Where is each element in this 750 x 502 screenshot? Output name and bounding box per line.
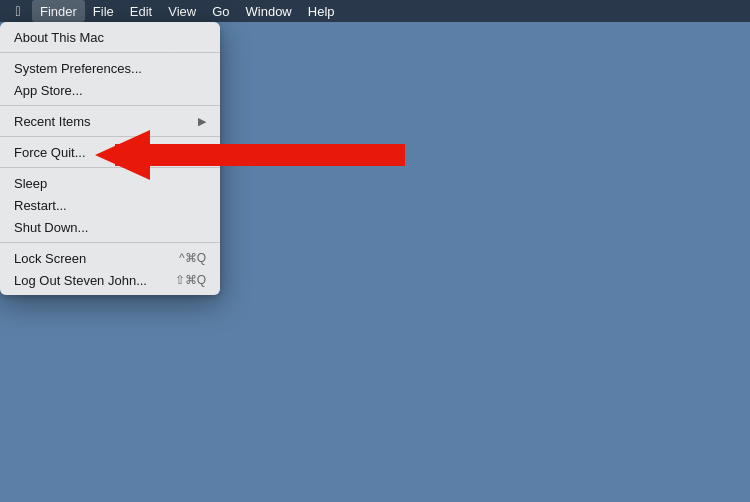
menu-item-recent-items[interactable]: Recent Items ▶ bbox=[0, 110, 220, 132]
menu-separator-2 bbox=[0, 105, 220, 106]
menubar-edit[interactable]: Edit bbox=[122, 0, 160, 22]
menu-item-about-this-mac[interactable]: About This Mac bbox=[0, 26, 220, 48]
menu-separator-1 bbox=[0, 52, 220, 53]
menubar-go[interactable]: Go bbox=[204, 0, 237, 22]
menubar-finder[interactable]: Finder bbox=[32, 0, 85, 22]
menu-item-log-out[interactable]: Log Out Steven John... ⇧⌘Q bbox=[0, 269, 220, 291]
menubar-file[interactable]: File bbox=[85, 0, 122, 22]
menu-item-system-preferences[interactable]: System Preferences... bbox=[0, 57, 220, 79]
menubar:  Finder File Edit View Go Window Help bbox=[0, 0, 750, 22]
menu-separator-3 bbox=[0, 136, 220, 137]
menubar-window[interactable]: Window bbox=[238, 0, 300, 22]
apple-icon:  bbox=[15, 3, 20, 19]
menu-separator-5 bbox=[0, 242, 220, 243]
menubar-items: Finder File Edit View Go Window Help bbox=[32, 0, 343, 22]
menu-separator-4 bbox=[0, 167, 220, 168]
submenu-arrow-icon: ▶ bbox=[198, 115, 206, 128]
menu-item-app-store[interactable]: App Store... bbox=[0, 79, 220, 101]
menubar-help[interactable]: Help bbox=[300, 0, 343, 22]
menu-item-sleep[interactable]: Sleep bbox=[0, 172, 220, 194]
menu-item-shut-down[interactable]: Shut Down... bbox=[0, 216, 220, 238]
apple-dropdown-menu: About This Mac System Preferences... App… bbox=[0, 22, 220, 295]
menu-item-restart[interactable]: Restart... bbox=[0, 194, 220, 216]
menu-item-force-quit[interactable]: Force Quit... ⌥⌘⎋ bbox=[0, 141, 220, 163]
menubar-view[interactable]: View bbox=[160, 0, 204, 22]
menu-item-lock-screen[interactable]: Lock Screen ^⌘Q bbox=[0, 247, 220, 269]
apple-menu-button[interactable]:  bbox=[4, 0, 32, 22]
